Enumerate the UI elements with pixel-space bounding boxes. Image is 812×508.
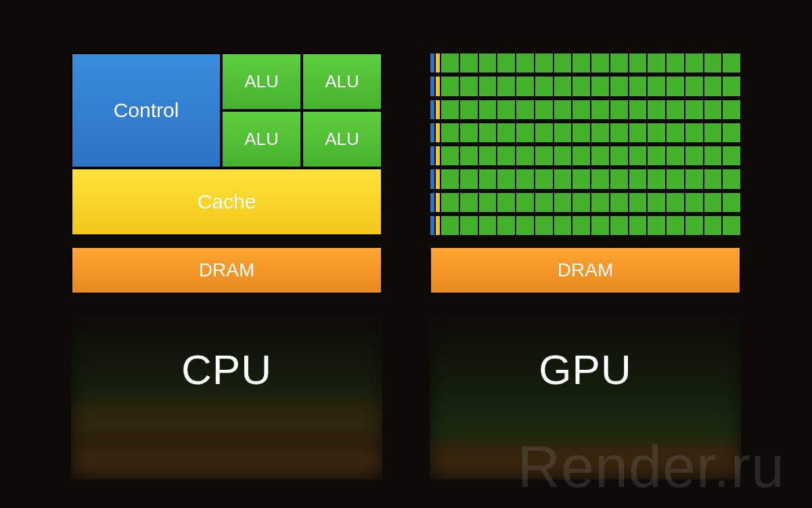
gpu-core [722, 146, 741, 166]
gpu-core [610, 215, 629, 236]
gpu-core [572, 215, 591, 236]
gpu-core [591, 100, 610, 120]
gpu-cache [435, 192, 441, 213]
gpu-core [459, 192, 478, 213]
gpu-core [441, 76, 459, 96]
gpu-core [497, 146, 516, 166]
gpu-core [610, 53, 629, 73]
gpu-core [459, 146, 478, 166]
gpu-core [441, 215, 459, 236]
gpu-core-grid [430, 53, 741, 236]
gpu-box: DRAM [430, 53, 741, 294]
gpu-core [685, 53, 704, 73]
gpu-cache [435, 100, 441, 120]
gpu-core [497, 53, 516, 73]
gpu-control-unit [430, 146, 435, 166]
gpu-core [478, 169, 497, 189]
gpu-core [722, 76, 741, 96]
cpu-alu: ALU [221, 110, 302, 168]
gpu-core [554, 100, 572, 120]
gpu-core [722, 53, 741, 73]
gpu-core [666, 123, 685, 143]
gpu-core [704, 169, 723, 189]
gpu-core [478, 76, 497, 96]
gpu-core [685, 169, 704, 189]
gpu-core [459, 169, 478, 189]
gpu-cache [435, 53, 441, 73]
gpu-core [535, 192, 554, 213]
gpu-control-unit [430, 123, 435, 143]
gpu-core [647, 215, 666, 236]
gpu-core [666, 169, 685, 189]
gpu-core [441, 123, 459, 143]
gpu-sm-row [430, 192, 741, 213]
gpu-core [459, 76, 478, 96]
gpu-core [666, 100, 685, 120]
gpu-core [666, 53, 685, 73]
gpu-sm-row [430, 53, 741, 73]
gpu-core [497, 215, 516, 236]
gpu-control-unit [430, 100, 435, 120]
gpu-core [572, 53, 591, 73]
gpu-core [459, 215, 478, 236]
gpu-core [572, 123, 591, 143]
gpu-core [459, 100, 478, 120]
gpu-core [666, 215, 685, 236]
gpu-core [666, 192, 685, 213]
gpu-core [704, 53, 723, 73]
gpu-core [497, 76, 516, 96]
gpu-core [722, 100, 741, 120]
gpu-sm-row [430, 169, 741, 189]
gpu-core [497, 192, 516, 213]
gpu-core [685, 215, 704, 236]
gpu-core [441, 146, 459, 166]
gpu-core [535, 123, 554, 143]
gpu-title: GPU [430, 345, 741, 394]
gpu-core [516, 192, 535, 213]
gpu-core [610, 76, 629, 96]
gpu-cache [435, 215, 441, 236]
gpu-core [535, 76, 554, 96]
gpu-core [685, 192, 704, 213]
gpu-core [629, 192, 648, 213]
gpu-control-unit [430, 215, 435, 236]
gpu-core [591, 53, 610, 73]
gpu-control-unit [430, 192, 435, 213]
gpu-core [478, 53, 497, 73]
gpu-sm-row [430, 123, 741, 143]
gpu-core [516, 215, 535, 236]
gpu-core [535, 100, 554, 120]
gpu-core [722, 192, 741, 213]
gpu-core [497, 169, 516, 189]
gpu-core [478, 192, 497, 213]
gpu-core [554, 215, 572, 236]
gpu-core [591, 146, 610, 166]
gpu-core [516, 53, 535, 73]
gpu-core [666, 76, 685, 96]
gpu-core [722, 169, 741, 189]
gpu-core [497, 123, 516, 143]
cpu-alu-grid: ALU ALU ALU ALU [221, 53, 382, 168]
gpu-core [516, 100, 535, 120]
gpu-core [535, 53, 554, 73]
gpu-core [554, 146, 572, 166]
gpu-core [572, 100, 591, 120]
gpu-core [647, 53, 666, 73]
gpu-core [478, 123, 497, 143]
gpu-core [554, 76, 572, 96]
gpu-core [572, 76, 591, 96]
gpu-core [591, 76, 610, 96]
gpu-core [572, 192, 591, 213]
gpu-core [647, 192, 666, 213]
gpu-core [591, 215, 610, 236]
gpu-core [704, 215, 723, 236]
gpu-cache [435, 123, 441, 143]
gpu-dram: DRAM [430, 247, 741, 294]
gpu-core [535, 146, 554, 166]
gpu-cache [435, 169, 441, 189]
gpu-core [591, 192, 610, 213]
gpu-core [629, 215, 648, 236]
gpu-core [441, 100, 459, 120]
gpu-core [704, 76, 723, 96]
gpu-core [685, 146, 704, 166]
